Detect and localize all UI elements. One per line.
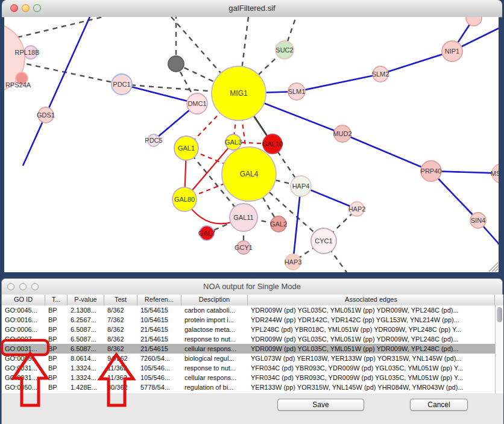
panel-footer: Save Cancel [2, 393, 503, 424]
node-GAL1[interactable] [174, 136, 198, 160]
node-RPL18B[interactable] [24, 46, 37, 59]
node-HAP4[interactable] [291, 176, 311, 196]
table-cell: BP [45, 344, 68, 354]
table-cell: BP [45, 382, 68, 392]
table-cell: 10/54615 [137, 315, 181, 325]
noa-panel-title: NOA output for Single Mode [2, 282, 502, 291]
column-header-p-value[interactable]: P-value [68, 295, 104, 305]
scrollbar-thumb[interactable] [497, 307, 502, 322]
column-header-associated-edges[interactable]: Associated edges [248, 295, 495, 305]
column-header-t-[interactable]: T... [45, 295, 68, 305]
network-edge[interactable] [297, 74, 380, 92]
table-cell: response to nut... [181, 363, 248, 373]
column-header-go-id[interactable]: GO ID [2, 295, 45, 305]
table-cell: YGL073W (pd) YER103W, YER133W (pp) YOR31… [248, 354, 495, 363]
table-cell: 1.3324... [68, 373, 104, 382]
table-cell: 80/362 [104, 382, 137, 392]
table-cell: regulation of bi... [181, 382, 248, 392]
cancel-button[interactable]: Cancel [410, 399, 468, 411]
node-SLM2[interactable] [373, 66, 388, 82]
node-PDC5[interactable] [148, 134, 160, 146]
node-SIN4[interactable] [470, 213, 486, 228]
network-edge[interactable] [342, 134, 431, 171]
node-GAL3[interactable] [225, 134, 241, 150]
vertical-scrollbar[interactable] [495, 305, 503, 393]
node-RPS24A[interactable] [16, 72, 28, 84]
table-cell: biological regul... [181, 354, 248, 363]
node-unlabeled[interactable] [168, 56, 184, 72]
node-GAL80[interactable] [172, 187, 197, 211]
node-HAP3[interactable] [285, 254, 301, 270]
column-header-referen-[interactable]: Referen... [137, 295, 181, 305]
table-row[interactable]: GO:0006...BP6.5087...8/36221/54615galact… [2, 325, 495, 334]
table-cell: 6.2567... [68, 315, 104, 325]
node-SUC2[interactable] [276, 41, 294, 59]
node-MSN[interactable] [492, 164, 499, 183]
table-cell: 6.5087... [68, 325, 104, 334]
table-cell: YDR009W (pd) YGL035C, YML051W (pp) YDR00… [248, 334, 495, 344]
table-cell: YDR009W (pd) YGL035C, YML051W (pp) YDR00… [248, 305, 495, 315]
table-row[interactable]: GO:0031...BP6.5087...8/36221/54615cellul… [2, 344, 495, 354]
network-window: galFiltered.sif RPL18BRPS24AGDS1PDC1DMC1… [2, 0, 502, 276]
table-cell: 6.5087... [68, 334, 104, 344]
noa-output-panel: NOA output for Single Mode GO IDT...P-va… [1, 278, 503, 424]
table-cell: 2.1308... [68, 305, 104, 315]
table-cell: 1.428E... [68, 382, 104, 392]
table-cell: GO:0045... [2, 305, 45, 315]
table-row[interactable]: GO:0007...BP6.5087...8/36221/54615respon… [2, 334, 495, 344]
table-cell: 1.3324... [68, 363, 104, 373]
network-graph: RPL18BRPS24AGDS1PDC1DMC1MIG1SUC2SLM1SLM2… [4, 17, 499, 272]
table-row[interactable]: GO:0065...BP8.0614...94/3627260/54...bio… [2, 354, 495, 363]
table-cell: 8/362 [104, 325, 137, 334]
resize-grip[interactable] [489, 263, 498, 272]
node-GAL7[interactable] [200, 226, 214, 240]
save-button[interactable]: Save [277, 399, 364, 411]
node-MIG1[interactable] [212, 66, 266, 120]
column-header-test[interactable]: Test [104, 295, 137, 305]
node-SLM1[interactable] [288, 83, 305, 100]
table-cell: YER133W (pp) YOR315W, YNL145W (pd) YHR08… [248, 382, 495, 392]
table-row[interactable]: GO:0031...BP1.3324...11/362105/546...cel… [2, 373, 495, 382]
node-NIP1[interactable] [442, 41, 462, 61]
node-unlabeled[interactable] [466, 17, 482, 26]
node-PRP40[interactable] [421, 161, 441, 181]
node-GAL10[interactable] [263, 134, 282, 154]
network-canvas[interactable]: RPL18BRPS24AGDS1PDC1DMC1MIG1SUC2SLM1SLM2… [4, 17, 499, 272]
node-GCY1[interactable] [237, 241, 250, 254]
node-MUD2[interactable] [334, 125, 351, 142]
table-cell: BP [45, 325, 68, 334]
table-cell: YFR034C (pd) YBR093C, YDR009W (pd) YGL03… [248, 373, 495, 382]
results-table: GO:0045...BP2.1308...8/36215/54615carbon… [2, 305, 495, 393]
table-row[interactable]: GO:0016...BP6.2567...7/36210/54615protei… [2, 315, 495, 325]
table-cell: BP [45, 354, 68, 363]
network-edge[interactable] [293, 186, 301, 262]
table-cell: GO:0006... [2, 325, 45, 334]
node-PDC1[interactable] [112, 74, 132, 95]
node-GAL4[interactable] [222, 147, 276, 201]
table-cell: GO:0031... [2, 373, 45, 382]
table-row[interactable]: GO:0045...BP2.1308...8/36215/54615carbon… [2, 305, 495, 315]
node-GDS1[interactable] [38, 107, 54, 123]
network-edge[interactable] [17, 17, 103, 37]
window-title: galFiltered.sif [2, 4, 502, 13]
node-DMC1[interactable] [187, 93, 207, 114]
noa-titlebar[interactable]: NOA output for Single Mode [2, 279, 502, 295]
table-cell: YFR034C (pd) YBR093C, YDR009W (pd) YGL03… [248, 363, 495, 373]
network-edge[interactable] [380, 51, 452, 74]
table-cell: 15/54615 [137, 305, 181, 315]
node-CYC1[interactable] [311, 228, 336, 254]
table-cell: BP [45, 334, 68, 344]
table-cell: GO:0050... [2, 382, 45, 392]
node-HAP2[interactable] [350, 202, 364, 216]
table-cell: BP [45, 373, 68, 382]
node-GAL2[interactable] [271, 216, 286, 232]
table-cell: 11/362 [104, 373, 137, 382]
node-GAL11[interactable] [230, 204, 257, 231]
network-edge[interactable] [23, 17, 90, 166]
column-header-desciption[interactable]: Desciption [181, 295, 248, 305]
table-row[interactable]: GO:0050...BP1.428E...80/3625778/54...reg… [2, 382, 495, 392]
table-cell: 94/362 [104, 354, 137, 363]
window-titlebar[interactable]: galFiltered.sif [2, 0, 502, 17]
table-row[interactable]: GO:0031...BP1.3324...11/362105/546...res… [2, 363, 495, 373]
table-cell: galactose meta... [181, 325, 248, 334]
